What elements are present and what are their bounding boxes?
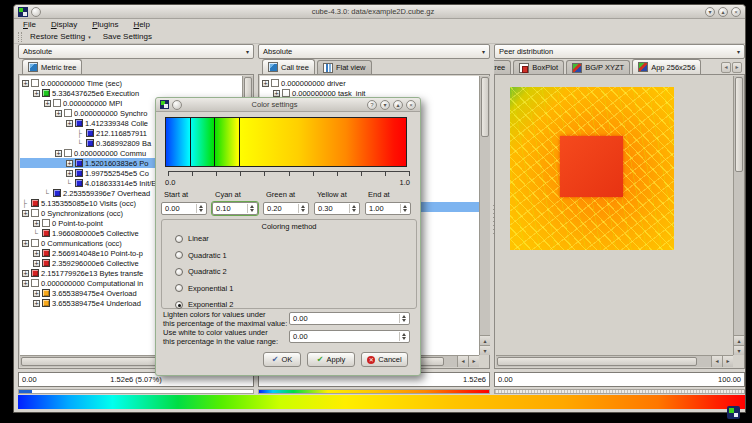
method-option-quadratic-2[interactable]: Quadratic 2 [175,267,227,276]
scrollbar-handle[interactable] [735,77,743,172]
system-hscrollbar[interactable]: ◂▸ [496,355,733,367]
expander-icon[interactable]: + [22,280,29,287]
radio-icon[interactable] [175,268,183,276]
expander-icon[interactable]: + [262,80,269,87]
end-at-spinbox[interactable]: 1.00 [365,202,411,215]
scroll-down-icon[interactable]: ▾ [480,345,490,355]
tab-scroll-right-icon[interactable]: ▸ [732,62,742,73]
tab-flat-view[interactable]: Flat view [317,60,372,74]
tab-app-256x256[interactable]: App 256x256 [632,59,701,74]
green-at-spinbox[interactable]: 0.20 [263,202,309,215]
green-marker[interactable] [214,118,215,166]
tab-metric-tree[interactable]: Metric tree [22,59,82,74]
white-spinbox[interactable]: 0.00 [289,330,410,343]
cube-taskbar-icon[interactable] [727,406,740,419]
value-mode-combo-left[interactable]: Absolute ▾ [18,44,254,59]
menu-help[interactable]: Help [133,20,149,29]
expander-icon[interactable]: + [33,250,40,257]
radio-icon[interactable] [175,251,183,259]
expander-icon[interactable]: + [66,120,73,127]
yellow-at-spinbox[interactable]: 0.30 [314,202,360,215]
lighten-spinbox[interactable]: 0.00 [289,312,410,325]
scrollbar-handle[interactable] [497,357,697,366]
window-menu-button[interactable] [31,7,41,17]
expander-icon[interactable]: + [55,150,62,157]
value-mode-combo-right[interactable]: Peer distribution ▾ [494,44,745,59]
spinner-arrows-icon[interactable] [196,204,205,213]
restore-setting-button[interactable]: Restore Setting ▾ [26,31,95,42]
toolbar-handle[interactable] [18,32,22,42]
cyan-at-spinbox[interactable]: 0.10 [212,202,258,215]
close-icon[interactable]: × [406,100,416,110]
expander-icon[interactable]: + [44,100,51,107]
tree-item-label: 0.000000000 Synchro [74,109,147,118]
expander-icon[interactable]: + [66,160,73,167]
scroll-right-icon[interactable]: ▸ [468,356,479,367]
close-icon[interactable]: × [731,7,741,17]
apply-button[interactable]: ✔ Apply [307,352,355,367]
radio-icon[interactable] [175,235,183,243]
spinner-arrows-icon[interactable] [399,314,408,323]
expander-icon[interactable]: + [66,170,73,177]
menu-display[interactable]: Display [51,20,77,29]
cancel-button[interactable]: ✕ Cancel [361,352,408,367]
expander-icon[interactable]: + [22,210,29,217]
scroll-up-icon[interactable]: ▴ [734,335,744,345]
scroll-left-icon[interactable]: ◂ [711,356,722,367]
spinner-arrows-icon[interactable] [298,204,307,213]
radio-icon[interactable] [175,301,183,309]
tree-row[interactable]: +0.000000000 driver [260,78,479,88]
expander-icon[interactable]: + [33,290,40,297]
spinner-arrows-icon[interactable] [400,204,409,213]
expander-icon[interactable]: + [33,90,40,97]
spinner-arrows-icon[interactable] [349,204,358,213]
scroll-down-icon[interactable]: ▾ [734,345,744,355]
method-option-exponential-2[interactable]: Exponential 2 [175,300,233,309]
yellow-marker[interactable] [239,118,240,166]
tab-scroll-left-icon[interactable]: ◂ [721,62,731,73]
help-icon[interactable]: ? [367,100,377,110]
severity-color-box [42,259,50,267]
expander-icon[interactable]: + [22,80,29,87]
scroll-up-icon[interactable]: ▴ [480,335,490,345]
scroll-left-icon[interactable]: ◂ [457,356,468,367]
method-option-exponential-1[interactable]: Exponential 1 [175,284,233,293]
spinner-arrows-icon[interactable] [247,204,256,213]
tab-boxplot[interactable]: BoxPlot [513,60,564,74]
scroll-right-icon[interactable]: ▸ [722,356,733,367]
tree-row[interactable]: +0.000000000 Time (sec) [20,78,242,88]
heatmap-view[interactable] [510,87,674,250]
scrollbar-handle[interactable] [481,77,489,137]
save-settings-button[interactable]: Save Settings [99,31,156,42]
minimize-icon[interactable]: ▾ [705,7,715,17]
expander-icon[interactable]: + [33,260,40,267]
expander-icon[interactable]: + [33,300,40,307]
spinner-arrows-icon[interactable] [399,332,408,341]
value-mode-combo-middle[interactable]: Absolute ▾ [258,44,490,59]
tab-call-tree[interactable]: Call tree [262,59,315,74]
expander-icon[interactable]: + [273,90,280,97]
maximize-icon[interactable]: ▴ [718,7,728,17]
expander-icon[interactable]: + [22,240,29,247]
tab-m-tree[interactable]: m tree [494,60,511,74]
system-vscrollbar[interactable]: ▴▾ [733,76,744,355]
spin-value: 0.20 [267,204,282,213]
ok-button[interactable]: ✔ OK [263,352,301,367]
expander-icon[interactable]: + [55,110,62,117]
cyan-marker[interactable] [190,118,191,166]
expander-icon[interactable]: + [22,270,29,277]
call-vscrollbar[interactable]: ▴▾ [479,76,490,355]
maximize-icon[interactable]: ▴ [393,100,403,110]
tab-bg-p-xyzt[interactable]: BG/P XYZT [566,60,630,74]
radio-icon[interactable] [175,284,183,292]
expander-icon[interactable]: + [33,220,40,227]
status-max-value: 100.00 [718,375,741,384]
start-at-spinbox[interactable]: 0.00 [161,202,207,215]
dialog-menu-button[interactable] [172,100,182,110]
method-option-linear[interactable]: Linear [175,234,209,243]
method-option-quadratic-1[interactable]: Quadratic 1 [175,251,227,260]
menu-plugins[interactable]: Plugins [92,20,118,29]
color-settings-dialog: Color settings ? ▾ ▴ × 0.0 1.0 Start at0… [155,97,421,376]
menu-file[interactable]: File [23,20,36,29]
minimize-icon[interactable]: ▾ [380,100,390,110]
